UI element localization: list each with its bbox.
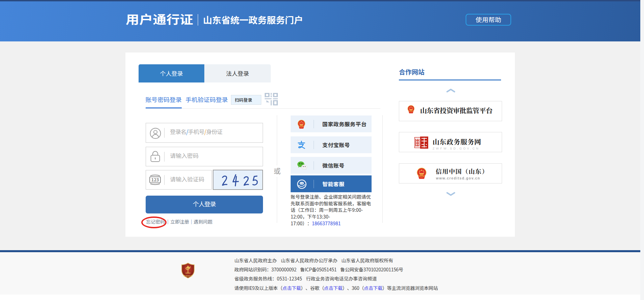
svg-text:123: 123 — [151, 176, 159, 183]
svg-text:党政机关: 党政机关 — [184, 274, 193, 277]
